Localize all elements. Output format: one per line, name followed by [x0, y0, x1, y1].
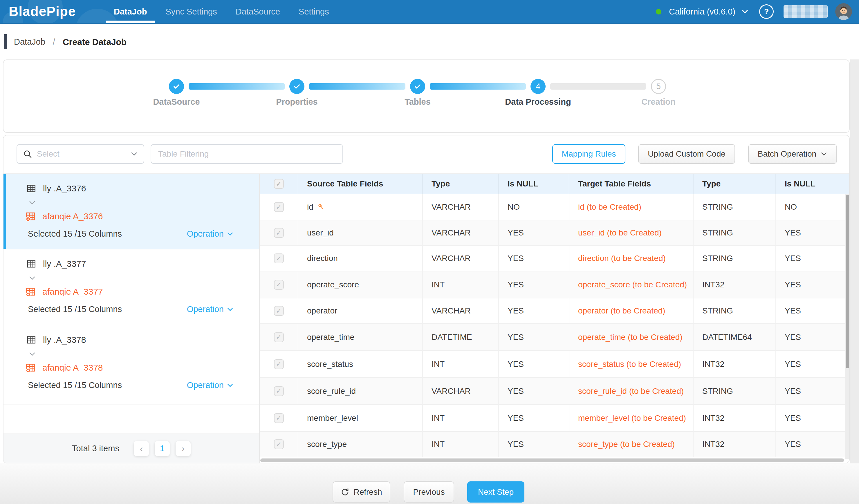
row-checkbox[interactable]: ✓: [274, 359, 284, 369]
user-avatar[interactable]: [835, 3, 852, 20]
target-isnull-cell: YES: [776, 220, 850, 245]
previous-button[interactable]: Previous: [404, 482, 454, 503]
row-checkbox[interactable]: ✓: [274, 439, 284, 449]
field-table-body: ✓idVARCHARNOid (to be Created)STRINGNO✓u…: [260, 194, 850, 457]
row-checkbox[interactable]: ✓: [274, 280, 284, 290]
target-type-cell-text: DATETIME64: [702, 333, 752, 342]
target-field-cell: score_status (to be Created): [569, 351, 694, 377]
source-isnull-cell-text: YES: [508, 360, 524, 369]
target-field-cell-text: score_type (to be Created): [578, 438, 675, 450]
chevron-down-icon[interactable]: [741, 8, 749, 15]
source-type-cell-text: VARCHAR: [432, 228, 471, 237]
brand-logo: BladePipe: [9, 0, 76, 23]
row-checkbox[interactable]: ✓: [274, 202, 284, 212]
source-type-cell: VARCHAR: [423, 246, 499, 271]
nav-tab-settings[interactable]: Settings: [299, 0, 329, 23]
chevron-down-icon[interactable]: [28, 350, 259, 358]
table-icon: [26, 183, 36, 194]
source-isnull-cell: YES: [499, 298, 569, 323]
next-step-label: Next Step: [478, 487, 514, 497]
target-field-cell: id (to be Created): [569, 194, 694, 220]
nav-tab-sync-settings[interactable]: Sync Settings: [165, 0, 217, 23]
row-checkbox[interactable]: ✓: [274, 253, 284, 263]
chevron-down-icon[interactable]: [28, 274, 259, 282]
step-progress-bar: [430, 83, 526, 90]
target-isnull-cell-text: YES: [785, 306, 801, 315]
target-type-cell: STRING: [694, 220, 776, 245]
table-list-item[interactable]: lly .A_3377 afanqie A_3377 Selected 15 /…: [3, 249, 259, 325]
row-select-cell: ✓: [260, 220, 298, 245]
nav-tab-datasource[interactable]: DataSource: [236, 0, 280, 23]
nav-tab-datajob[interactable]: DataJob: [114, 0, 147, 23]
source-isnull-cell: YES: [499, 271, 569, 298]
target-field-cell: user_id (to be Created): [569, 220, 694, 245]
environment-label[interactable]: California (v0.6.0): [669, 7, 735, 17]
operation-dropdown[interactable]: Operation: [187, 304, 233, 314]
help-icon[interactable]: ?: [759, 4, 774, 19]
step-progress-bar: [189, 83, 285, 90]
chevron-down-icon[interactable]: [28, 199, 259, 206]
table-list-item[interactable]: lly .A_3378 afanqie A_3378 Selected 15 /…: [3, 325, 259, 405]
row-checkbox[interactable]: ✓: [274, 306, 284, 316]
next-step-button[interactable]: Next Step: [467, 482, 524, 503]
source-type-cell-text: VARCHAR: [432, 306, 471, 315]
table-filter-input[interactable]: [151, 144, 343, 164]
selected-columns-text: Selected 15 /15 Columns: [28, 380, 122, 390]
target-table-name: afanqie A_3376: [42, 211, 103, 221]
navbar-right-group: California (v0.6.0) ?: [656, 0, 852, 23]
header-source-fields: Source Table Fields: [298, 174, 423, 194]
source-type-cell-text: VARCHAR: [432, 387, 471, 396]
target-isnull-cell-text: YES: [785, 280, 801, 289]
select-all-checkbox[interactable]: ✓: [274, 179, 284, 189]
source-table-name: lly .A_3378: [43, 335, 86, 345]
source-type-cell: VARCHAR: [423, 378, 499, 404]
source-type-cell: INT: [423, 271, 499, 298]
refresh-button[interactable]: Refresh: [333, 482, 390, 503]
operation-dropdown[interactable]: Operation: [187, 380, 233, 390]
target-field-cell-text: score_status (to be Created): [578, 358, 681, 370]
operation-label: Operation: [187, 304, 224, 314]
mapping-rules-button[interactable]: Mapping Rules: [552, 144, 626, 164]
breadcrumb-parent[interactable]: DataJob: [14, 37, 45, 47]
target-isnull-cell-text: YES: [785, 360, 801, 369]
table-toolbar: Select Mapping Rules Upload Custom Code …: [3, 136, 849, 174]
operation-label: Operation: [187, 229, 224, 239]
field-row: ✓operate_timeDATETIMEYESoperate_time (to…: [260, 324, 850, 351]
target-type-cell: STRING: [694, 246, 776, 271]
operation-dropdown[interactable]: Operation: [187, 229, 233, 239]
step-label-creation: Creation: [598, 97, 719, 107]
check-icon: [293, 82, 301, 91]
pagination-next-button[interactable]: ›: [176, 441, 191, 456]
row-checkbox[interactable]: ✓: [274, 332, 284, 342]
pagination-page-1[interactable]: 1: [155, 441, 170, 456]
source-type-cell-text: INT: [432, 360, 444, 369]
row-checkbox[interactable]: ✓: [274, 413, 284, 423]
row-checkbox[interactable]: ✓: [274, 228, 284, 238]
table-list-item[interactable]: lly .A_3376 afanqie A_3376 Selected 15 /…: [3, 174, 259, 249]
horizontal-scrollbar-thumb[interactable]: [260, 458, 844, 462]
top-navbar: BladePipe DataJob Sync Settings DataSour…: [0, 0, 859, 25]
field-row: ✓score_statusINTYESscore_status (to be C…: [260, 351, 850, 378]
field-row: ✓operate_scoreINTYESoperate_score (to be…: [260, 271, 850, 298]
batch-operation-button[interactable]: Batch Operation: [748, 144, 837, 164]
item-meta-row: Selected 15 /15 Columns Operation: [28, 304, 233, 314]
header-source-type: Type: [423, 174, 499, 194]
step-circle-properties: [289, 79, 304, 94]
field-row: ✓operatorVARCHARYESoperator (to be Creat…: [260, 298, 850, 324]
source-isnull-cell-text: YES: [508, 387, 524, 396]
pagination-prev-button[interactable]: ‹: [134, 441, 149, 456]
list-pagination: Total 3 items ‹ 1 ›: [3, 434, 259, 463]
step-label-datasource: DataSource: [116, 97, 237, 107]
app-window: BladePipe DataJob Sync Settings DataSour…: [0, 0, 859, 504]
row-checkbox[interactable]: ✓: [274, 386, 284, 396]
field-row: ✓idVARCHARNOid (to be Created)STRINGNO: [260, 194, 850, 220]
field-row: ✓score_typeINTYESscore_type (to be Creat…: [260, 432, 850, 457]
item-meta-row: Selected 15 /15 Columns Operation: [28, 380, 233, 390]
source-isnull-cell-text: YES: [508, 254, 524, 263]
vertical-scrollbar-thumb[interactable]: [846, 195, 849, 368]
upload-custom-code-button[interactable]: Upload Custom Code: [638, 144, 735, 164]
table-select-dropdown[interactable]: Select: [17, 144, 144, 164]
total-items-label: Total 3 items: [72, 444, 119, 453]
table-icon: [26, 335, 36, 345]
primary-key-icon: [317, 203, 325, 211]
